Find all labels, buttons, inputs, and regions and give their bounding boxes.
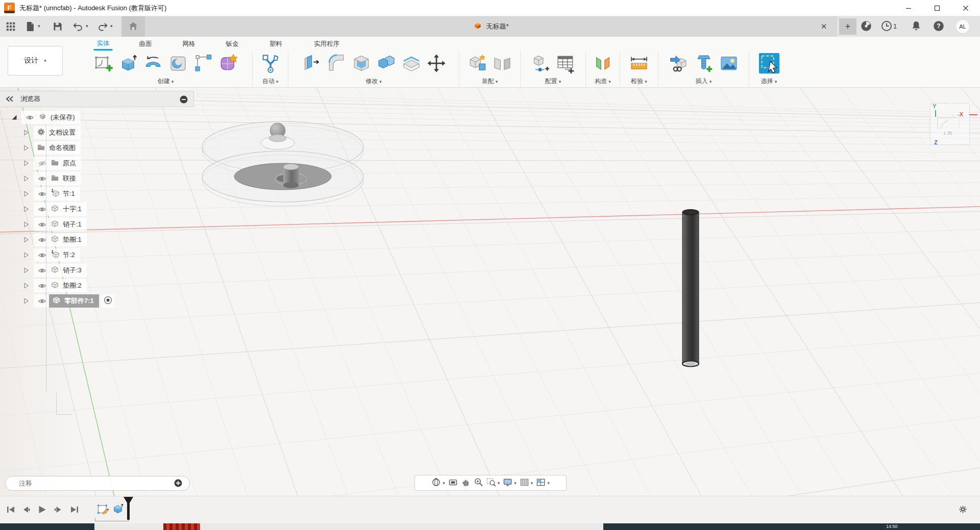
ribbon-new-component-button[interactable] [465, 52, 489, 75]
eye-off-icon[interactable] [37, 159, 47, 168]
timeline-go-to-end-button[interactable] [68, 503, 81, 517]
ribbon-press-pull-button[interactable] [300, 52, 323, 75]
tree-row-8[interactable]: 销子:1 [23, 217, 87, 232]
timeline-settings-button[interactable] [957, 504, 969, 516]
ribbon-extrude-button[interactable] [116, 52, 140, 75]
ribbon-offset-face-button[interactable] [400, 52, 423, 75]
ribbon-insert-derive-button[interactable] [667, 52, 691, 75]
browser-collapse-button[interactable] [4, 93, 15, 105]
tree-row-10[interactable]: 节:2 [23, 247, 80, 263]
tree-row-4[interactable]: 原点 [23, 156, 81, 171]
zoom-window-button[interactable]: ▾ [485, 476, 502, 490]
ribbon-fillet-button[interactable] [325, 52, 348, 75]
caret-collapsed-icon[interactable] [23, 191, 30, 197]
timeline-step-forward-button[interactable] [52, 503, 65, 517]
tree-row-label[interactable]: 原点 [63, 159, 76, 168]
eye-icon[interactable] [37, 281, 47, 290]
ribbon-group-label[interactable]: 检验▾ [620, 77, 658, 86]
display-settings-button[interactable]: ▾ [501, 476, 518, 490]
timeline-play-button[interactable] [35, 503, 48, 517]
timeline-sketch-item[interactable] [96, 502, 109, 516]
notifications-button[interactable] [910, 20, 923, 33]
ribbon-group-label[interactable]: 选择▾ [749, 77, 789, 86]
undo-button[interactable] [71, 20, 85, 34]
caret-collapsed-icon[interactable] [23, 221, 30, 228]
ribbon-tab-2[interactable]: 曲面 [136, 37, 155, 51]
ribbon-group-label[interactable]: 装配▾ [459, 77, 520, 86]
window-close-button[interactable] [951, 0, 980, 16]
tree-row-label[interactable]: 文档设置 [49, 128, 76, 137]
ribbon-shell-button[interactable] [350, 52, 373, 75]
new-tab-button[interactable]: + [839, 18, 856, 35]
document-tab-close-button[interactable]: ✕ [818, 20, 830, 33]
eye-icon[interactable] [37, 266, 47, 275]
tree-row-label[interactable]: 零部件7:1 [64, 296, 94, 306]
add-comment-button[interactable] [173, 478, 183, 489]
ribbon-select-button[interactable] [756, 51, 782, 77]
ribbon-group-label[interactable]: 自动▾ [253, 77, 288, 86]
caret-collapsed-icon[interactable] [23, 130, 30, 136]
pipe-component-model[interactable] [682, 210, 699, 367]
redo-caret-icon[interactable]: ▾ [110, 23, 113, 29]
tree-row-label[interactable]: 节:1 [63, 189, 75, 198]
redo-button[interactable] [96, 20, 109, 34]
grid-display-button[interactable]: ▾ [518, 476, 535, 490]
ribbon-group-label[interactable]: 配置▾ [521, 77, 585, 86]
caret-collapsed-icon[interactable] [23, 283, 30, 289]
look-at-button[interactable] [447, 476, 459, 490]
ribbon-group-label[interactable]: 修改▾ [288, 77, 459, 86]
ribbon-configuration-table-button[interactable] [554, 52, 577, 75]
eye-icon[interactable] [37, 235, 47, 244]
tree-row-label[interactable]: (未保存) [51, 113, 75, 122]
viewcube-ghost[interactable] [930, 103, 970, 145]
user-avatar[interactable]: AL [955, 19, 970, 34]
tree-row-label[interactable]: 销子:3 [63, 266, 82, 275]
eye-icon[interactable] [37, 220, 47, 229]
timeline-marker-stem[interactable] [127, 498, 130, 520]
pan-button[interactable] [459, 476, 472, 490]
save-button[interactable] [51, 20, 64, 34]
axis-x-label[interactable]: -X [958, 111, 963, 117]
timeline-step-back-button[interactable] [19, 503, 33, 517]
tree-row-label[interactable]: 销子:1 [63, 220, 82, 229]
ghost-assembly-model[interactable] [202, 121, 363, 206]
tree-row-12[interactable]: 垫圈:2 [23, 278, 87, 293]
tree-row-13[interactable]: 零部件7:1 [23, 293, 115, 309]
eye-icon[interactable] [37, 296, 47, 306]
caret-collapsed-icon[interactable] [23, 160, 30, 166]
ribbon-joint-button[interactable] [491, 52, 514, 75]
caret-expanded-icon[interactable] [11, 114, 17, 120]
tree-row-label[interactable]: 垫圈:2 [63, 281, 82, 290]
caret-collapsed-icon[interactable] [23, 298, 30, 304]
file-menu-caret-icon[interactable]: ▾ [38, 23, 40, 29]
ribbon-pattern-button[interactable] [191, 52, 215, 75]
eye-icon[interactable] [24, 113, 35, 122]
ribbon-tab-5[interactable]: 塑料 [266, 37, 285, 51]
tree-row-label[interactable]: 节:2 [63, 250, 75, 260]
axis-y-label[interactable]: Y [933, 103, 936, 109]
ribbon-combine-button[interactable] [375, 52, 398, 75]
browser-panel-header[interactable]: 浏览器 [0, 91, 194, 107]
caret-collapsed-icon[interactable] [23, 145, 30, 151]
eye-icon[interactable] [37, 189, 47, 198]
tree-row-6[interactable]: 节:1 [23, 186, 80, 201]
home-view-button[interactable] [121, 16, 145, 37]
tree-row-label[interactable]: 十字:1 [63, 205, 82, 214]
extensions-button[interactable] [860, 20, 873, 33]
tree-row-7[interactable]: 十字:1 [23, 201, 87, 217]
os-taskbar[interactable]: 14:50 [0, 523, 980, 530]
timeline-extrude-feature-item[interactable] [111, 502, 125, 516]
zoom-button[interactable] [472, 476, 485, 490]
help-button[interactable]: ? [932, 20, 945, 33]
activate-component-radio[interactable] [104, 296, 112, 306]
ribbon-group-label[interactable]: 插入▾ [658, 77, 749, 86]
undo-caret-icon[interactable]: ▾ [86, 23, 88, 29]
ribbon-form-button[interactable] [216, 52, 240, 75]
browser-minimize-button[interactable] [179, 95, 188, 104]
tree-row-3[interactable]: 命名视图 [23, 140, 81, 156]
viewport-canvas[interactable]: 浏览器 (未保存)文档设置命名视图原点联接节:1十字:1销子:1垫圈:1节:2销… [0, 88, 980, 496]
ribbon-hole-button[interactable] [166, 52, 190, 75]
job-status-button[interactable] [880, 20, 893, 33]
caret-collapsed-icon[interactable] [23, 252, 30, 258]
caret-collapsed-icon[interactable] [23, 206, 30, 212]
